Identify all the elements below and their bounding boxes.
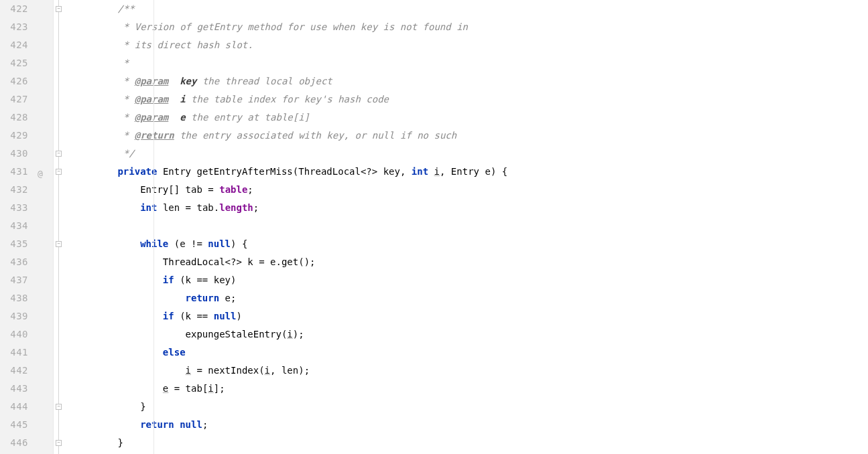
- token: length: [219, 202, 253, 213]
- token: <?>: [225, 256, 248, 267]
- token: (: [174, 311, 186, 321]
- token: !=: [186, 238, 208, 249]
- token: i: [265, 365, 270, 376]
- code-line[interactable]: int len = tab.length;: [72, 199, 868, 217]
- fold-gutter: −−−−−−: [54, 0, 66, 454]
- token: return: [186, 293, 220, 303]
- line-number: 444: [0, 398, 28, 416]
- token: (: [168, 238, 180, 249]
- code-line[interactable]: /**: [72, 0, 868, 18]
- token: tab: [196, 202, 213, 213]
- code-line[interactable]: }: [72, 434, 868, 452]
- line-number: 434: [0, 217, 28, 235]
- token: []: [168, 184, 185, 195]
- code-line[interactable]: return e;: [72, 289, 868, 307]
- token: @param: [135, 112, 169, 123]
- token: @param: [135, 76, 169, 86]
- code-line[interactable]: [72, 217, 868, 235]
- code-line[interactable]: while (e != null) {: [72, 235, 868, 253]
- token: e: [180, 238, 185, 249]
- fold-toggle-icon[interactable]: −: [56, 6, 62, 12]
- code-editor[interactable]: 4224234244254264274284294304314324334344…: [0, 0, 868, 454]
- line-number: 436: [0, 253, 28, 271]
- code-line[interactable]: expungeStaleEntry(i);: [72, 325, 868, 344]
- token: the thread local object: [196, 76, 332, 86]
- token: len: [282, 365, 298, 376]
- token: *: [123, 112, 135, 123]
- code-line[interactable]: * @param e the entry at table[i]: [72, 108, 868, 127]
- token: }: [140, 401, 145, 412]
- line-number: 441: [0, 344, 28, 362]
- code-line[interactable]: * its direct hash slot.: [72, 36, 868, 54]
- token: ==: [191, 311, 214, 321]
- token: if: [163, 275, 174, 285]
- code-line[interactable]: * @return the entry associated with key,…: [72, 127, 868, 145]
- token: ThreadLocal: [163, 256, 225, 267]
- token: .: [214, 202, 219, 213]
- code-area[interactable]: /** * Version of getEntry method for use…: [66, 0, 868, 454]
- token: * Version of getEntry method for use whe…: [123, 21, 468, 32]
- fold-toggle-icon[interactable]: −: [56, 404, 62, 410]
- token: =: [168, 383, 185, 394]
- token: ();: [298, 256, 315, 267]
- token: @param: [135, 94, 169, 104]
- token: ==: [191, 275, 214, 285]
- code-line[interactable]: if (k == null): [72, 307, 868, 325]
- code-line[interactable]: */: [72, 145, 868, 163]
- line-number: 429: [0, 127, 28, 145]
- token: [219, 293, 225, 303]
- token: key: [180, 76, 196, 86]
- token: ;: [231, 293, 236, 303]
- token: tab: [186, 383, 202, 394]
- code-line[interactable]: else: [72, 344, 868, 362]
- token: the entry at table[i]: [186, 112, 310, 123]
- code-line[interactable]: * @param i the table index for key's has…: [72, 90, 868, 108]
- fold-toggle-icon[interactable]: −: [56, 169, 62, 175]
- token: ,: [400, 166, 412, 177]
- token: ): [236, 311, 241, 321]
- token: expungeStaleEntry: [186, 329, 282, 339]
- code-line[interactable]: * Version of getEntry method for use whe…: [72, 18, 868, 36]
- code-line[interactable]: }: [72, 398, 868, 416]
- line-number: 430: [0, 145, 28, 163]
- code-line[interactable]: if (k == key): [72, 271, 868, 289]
- token: *: [123, 58, 129, 68]
- token: =: [180, 202, 196, 213]
- token: k: [247, 256, 253, 267]
- code-line[interactable]: * @param key the thread local object: [72, 72, 868, 90]
- line-number: 433: [0, 199, 28, 217]
- line-number: 428: [0, 108, 28, 127]
- token: (: [259, 365, 264, 376]
- token: the table index for key's hash code: [186, 94, 389, 104]
- line-number: 431: [0, 163, 28, 181]
- token: =: [191, 365, 208, 376]
- line-number: 443: [0, 380, 28, 398]
- code-line[interactable]: ThreadLocal<?> k = e.get();: [72, 253, 868, 271]
- token: (: [293, 166, 298, 177]
- token: [157, 166, 162, 177]
- token: while: [140, 238, 168, 249]
- code-line[interactable]: e = tab[i];: [72, 380, 868, 398]
- code-line[interactable]: *: [72, 54, 868, 72]
- token: <?>: [361, 166, 383, 177]
- override-marker[interactable]: @: [38, 165, 43, 183]
- token: [157, 202, 162, 213]
- line-number: 438: [0, 289, 28, 307]
- token: e: [485, 166, 490, 177]
- line-number: 446: [0, 434, 28, 452]
- token: * its direct hash slot.: [123, 40, 253, 50]
- fold-toggle-icon[interactable]: −: [56, 151, 62, 157]
- fold-toggle-icon[interactable]: −: [56, 440, 62, 446]
- token: ThreadLocal: [298, 166, 361, 177]
- token: */: [123, 148, 135, 159]
- code-line[interactable]: i = nextIndex(i, len);: [72, 362, 868, 380]
- fold-toggle-icon[interactable]: −: [56, 241, 62, 247]
- code-line[interactable]: return null;: [72, 416, 868, 434]
- line-number: 424: [0, 36, 28, 54]
- token: );: [298, 365, 310, 376]
- token: k: [186, 275, 191, 285]
- token: int: [412, 166, 428, 177]
- code-line[interactable]: Entry[] tab = table;: [72, 181, 868, 199]
- line-number: 440: [0, 325, 28, 344]
- code-line[interactable]: private Entry getEntryAfterMiss(ThreadLo…: [72, 163, 868, 181]
